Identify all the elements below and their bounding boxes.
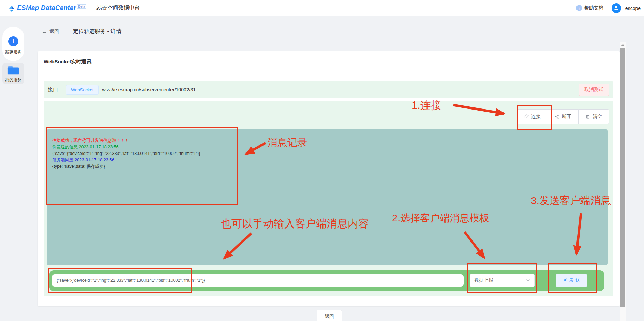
log-line: 服务端回应 2023-01-17 18:23:56: [52, 157, 602, 163]
interface-row: 接口： WebSocket wss://e.esmap.cn/subserver…: [44, 81, 613, 98]
sidebar-item-new-service[interactable]: + 新建服务: [2, 27, 24, 61]
page-title: 定位轨迹服务 - 详情: [73, 28, 121, 35]
header-right: i 帮助文档 escope: [576, 3, 641, 13]
my-services-label: 我的服务: [2, 77, 24, 83]
back-link[interactable]: ← 返回: [42, 28, 59, 35]
new-service-label: 新建服务: [2, 49, 24, 55]
share-icon: [555, 114, 559, 119]
help-doc-link[interactable]: i 帮助文档: [576, 5, 603, 11]
scrollbar-track[interactable]: [620, 42, 626, 321]
scrollbar-up-arrow-icon[interactable]: [621, 44, 625, 46]
log-line: {"save":{"deviceid":"1","lng":"22.333","…: [52, 150, 602, 157]
disconnect-button[interactable]: 断开: [548, 109, 579, 124]
page: { "header": { "logo_text": "ESMap DataCe…: [0, 0, 644, 321]
top-header: ESMap DataCenterBeta 易景空间数据中台 i 帮助文档 esc…: [0, 0, 644, 16]
log-line: 你发送的信息 2023-01-17 18:23:56: [52, 144, 602, 150]
beta-badge: Beta: [77, 4, 86, 9]
folder-icon: [7, 65, 20, 75]
interface-label: 接口：: [48, 87, 63, 93]
interface-url: wss://e.esmap.cn/subservercenter/10002/3…: [102, 87, 196, 92]
card-divider: [38, 71, 620, 71]
back-arrow-icon: ←: [42, 28, 47, 35]
connection-toolbar: 连接 断开 清空: [517, 109, 609, 124]
trash-icon: [585, 114, 590, 119]
log-line: {type: 'save',data: 保存成功}: [52, 163, 602, 170]
help-label: 帮助文档: [584, 5, 603, 11]
back-label: 返回: [49, 29, 59, 35]
app-logo[interactable]: ESMap DataCenterBeta: [8, 4, 86, 12]
app-title: 易景空间数据中台: [96, 4, 140, 12]
message-composer: 数据上报 发 送: [49, 270, 604, 291]
card-title: WebSocket实时通讯: [44, 59, 92, 65]
link-icon: [524, 114, 529, 119]
clear-button[interactable]: 清空: [578, 109, 609, 124]
connect-button[interactable]: 连接: [517, 109, 548, 124]
cancel-test-button[interactable]: 取消测试: [579, 84, 609, 96]
test-panel: 连接 断开 清空: [44, 101, 613, 296]
user-icon: [613, 5, 619, 11]
scrollbar-thumb[interactable]: [620, 48, 625, 307]
username[interactable]: escope: [625, 5, 641, 11]
paper-plane-icon: [563, 278, 567, 283]
user-avatar[interactable]: [612, 3, 621, 13]
message-input[interactable]: [52, 274, 464, 287]
log-line: 连接成功，现在你可以发送信息啦！！！: [52, 137, 602, 144]
protocol-badge: WebSocket: [66, 85, 99, 95]
info-icon: i: [576, 5, 582, 11]
sidebar-item-my-services[interactable]: 我的服务: [2, 63, 24, 84]
logo-text: ESMap DataCenterBeta: [17, 4, 86, 12]
breadcrumb-divider: [66, 29, 66, 34]
bottom-back-button[interactable]: 返回: [317, 310, 342, 321]
template-select[interactable]: 数据上报: [470, 274, 535, 287]
template-selected-value: 数据上报: [474, 277, 493, 283]
message-log: 连接成功，现在你可以发送信息啦！！！ 你发送的信息 2023-01-17 18:…: [47, 129, 608, 265]
plus-icon: +: [8, 36, 18, 46]
logo-icon: [8, 5, 15, 12]
chevron-down-icon: [526, 279, 530, 282]
send-button[interactable]: 发 送: [556, 274, 587, 287]
breadcrumb: ← 返回 定位轨迹服务 - 详情: [42, 28, 121, 35]
websocket-card: WebSocket实时通讯 接口： WebSocket wss://e.esma…: [38, 51, 620, 306]
